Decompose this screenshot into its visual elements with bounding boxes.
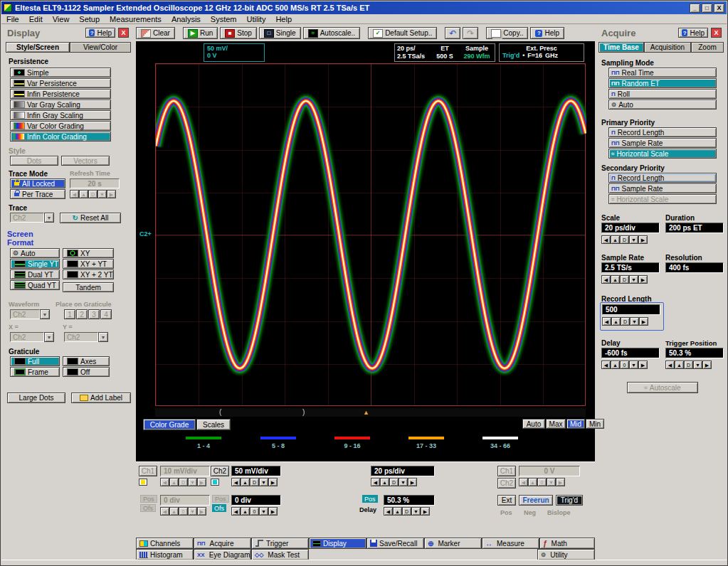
ch2-button[interactable]: Ch2: [211, 466, 229, 476]
spinner-button[interactable]: ▲: [393, 507, 402, 516]
spinner-button[interactable]: ▶: [556, 478, 565, 486]
persistence-infin-color[interactable]: Infin Color Grading: [10, 132, 111, 142]
add-label-button[interactable]: Add Label: [71, 393, 131, 403]
acquire-help-button[interactable]: ?Help: [678, 28, 708, 38]
place-3-button[interactable]: 3: [88, 309, 100, 319]
spinner-button[interactable]: D: [389, 478, 399, 486]
spinner-button[interactable]: ▼: [188, 507, 197, 516]
persistence-var[interactable]: Var Persistence: [10, 78, 111, 88]
x-assign-select[interactable]: Ch2▼: [10, 332, 54, 342]
minimize-button[interactable]: _: [690, 4, 700, 13]
spinner-button[interactable]: D: [620, 275, 629, 284]
ch2-ofs-chip[interactable]: Ofs: [212, 504, 226, 512]
spinner-button[interactable]: ◀: [519, 478, 528, 486]
spinner-button[interactable]: D: [621, 317, 630, 326]
delay-value[interactable]: -600 fs: [601, 348, 660, 358]
spinner-button[interactable]: D: [88, 190, 97, 198]
trigd-button[interactable]: Trig'd: [556, 495, 583, 506]
tab-color-grade[interactable]: Color Grade: [143, 419, 196, 430]
prescaler-info-box[interactable]: Ext. Presc Trig'd•F=16GHz: [499, 43, 584, 62]
spinner-button[interactable]: ▲: [528, 478, 537, 486]
channel-marker[interactable]: C2+: [139, 230, 152, 237]
graticule-full-button[interactable]: Full: [10, 356, 60, 366]
spinner-button[interactable]: ▼: [629, 275, 638, 284]
spinner-button[interactable]: ◀: [602, 317, 611, 326]
spinner-button[interactable]: ▶: [638, 361, 648, 369]
timebase-scale-spinner[interactable]: ◀▲D▼▶: [371, 478, 417, 486]
spinner-button[interactable]: ▶: [638, 275, 648, 284]
spinner-button[interactable]: ◀: [371, 478, 380, 486]
primary-sample-rate-button[interactable]: ΠΠSample Rate: [608, 138, 717, 148]
spinner-button[interactable]: ▼: [629, 235, 638, 244]
graticule-axes-button[interactable]: Axes: [63, 356, 110, 366]
trigger-level-spinner[interactable]: ◀▲0▼▶: [519, 478, 565, 486]
spinner-button[interactable]: ▼: [188, 478, 197, 486]
slope-pos-label[interactable]: Pos: [500, 509, 512, 516]
close-button[interactable]: X: [714, 4, 724, 13]
trigger-position-value[interactable]: 50.3 %: [384, 495, 435, 506]
menu-edit[interactable]: Edit: [24, 15, 48, 23]
record-length-value[interactable]: 500: [602, 304, 660, 315]
copy-button[interactable]: Copy..: [486, 27, 528, 39]
maximize-button[interactable]: □: [702, 4, 712, 13]
default-setup-button[interactable]: ✓Default Setup..: [368, 27, 437, 39]
delay-spinner[interactable]: ◀▲0▼▶: [601, 361, 648, 369]
secondary-record-length-button[interactable]: ΠRecord Length: [608, 173, 717, 183]
persistence-infin-gray[interactable]: Infin Gray Scaling: [10, 110, 111, 120]
acquire-close-button[interactable]: X: [711, 28, 722, 38]
redo-button[interactable]: ↷: [463, 27, 478, 39]
dots-button[interactable]: Dots: [10, 156, 58, 166]
format-xy-yt-button[interactable]: XY + YT: [63, 259, 114, 269]
spinner-button[interactable]: ▲: [611, 361, 620, 369]
stop-button[interactable]: ■Stop: [220, 27, 257, 39]
tab-mask-test[interactable]: ◇◇Mask Test: [251, 549, 309, 560]
sample-rate-spinner[interactable]: ◀▲D▼▶: [601, 275, 648, 284]
spinner-button[interactable]: ▶: [702, 361, 712, 369]
format-single-yt-button[interactable]: Single YT: [10, 259, 60, 269]
channel2-info-box[interactable]: 50 mV/ 0 V: [204, 43, 265, 62]
spinner-button[interactable]: ▲: [169, 478, 179, 486]
clear-button[interactable]: Clear: [136, 27, 175, 39]
spinner-button[interactable]: D: [620, 235, 629, 244]
spinner-button[interactable]: ▲: [611, 235, 620, 244]
ch2-pos-chip[interactable]: Pos: [212, 495, 229, 503]
timebase-scale-value[interactable]: 20 ps/div: [371, 466, 435, 476]
place-2-button[interactable]: 2: [76, 309, 88, 319]
spinner-button[interactable]: ▼: [399, 478, 408, 486]
spinner-button[interactable]: 0: [250, 507, 259, 516]
menu-analysis[interactable]: Analysis: [167, 15, 206, 23]
timebase-info-box[interactable]: 20 ps/ ET Sample 2.5 TSa/s 500 S 290 Wfm: [394, 43, 495, 62]
sampling-random-et-button[interactable]: ΠΠRandom ET: [608, 78, 717, 88]
horizontal-position-strip[interactable]: ( ) ▲: [155, 408, 586, 417]
menu-utility[interactable]: Utility: [242, 15, 271, 23]
scale-spinner[interactable]: ◀▲D▼▶: [601, 235, 648, 244]
primary-record-length-button[interactable]: ΠRecord Length: [608, 127, 717, 137]
menu-setup[interactable]: Setup: [74, 15, 105, 23]
chevron-down-icon[interactable]: ▼: [44, 332, 54, 342]
persistence-var-color[interactable]: Var Color Grading: [10, 121, 111, 131]
spinner-button[interactable]: D: [250, 478, 259, 486]
spinner-button[interactable]: ▲: [241, 478, 250, 486]
spinner-button[interactable]: ▶: [197, 507, 206, 516]
secondary-horizontal-scale-button[interactable]: ≈Horizontal Scale: [608, 194, 717, 204]
trigger-position-marker[interactable]: ▲: [363, 409, 369, 416]
secondary-sample-rate-button[interactable]: ΠΠSample Rate: [608, 183, 717, 193]
ch1-scale-spinner[interactable]: ◀▲D▼▶: [160, 478, 206, 486]
tab-marker[interactable]: ⊕Marker: [424, 538, 482, 549]
primary-horizontal-scale-button[interactable]: ≈Horizontal Scale: [608, 149, 717, 159]
spinner-button[interactable]: 0: [537, 478, 547, 486]
spinner-button[interactable]: ▼: [97, 190, 107, 198]
title-bar[interactable]: Eltesta ELT9-1122 Sampler Extended Oscil…: [1, 1, 727, 14]
tab-acquisition[interactable]: Acquisition: [644, 42, 691, 53]
tab-channels[interactable]: Channels: [136, 538, 194, 549]
tab-display[interactable]: Display: [309, 538, 366, 549]
format-auto-button[interactable]: ⚙Auto: [10, 248, 60, 258]
ch2-scale-spinner[interactable]: ◀▲D▼▶: [231, 478, 278, 486]
spinner-button[interactable]: ◀: [231, 478, 241, 486]
acquire-autoscale-button[interactable]: ≈Autoscale: [627, 382, 698, 393]
spinner-button[interactable]: ▼: [411, 507, 421, 516]
menu-measurements[interactable]: Measurements: [105, 15, 167, 23]
persistence-infin[interactable]: Infin Persistence: [10, 89, 111, 99]
ch1-button[interactable]: Ch1: [139, 466, 157, 476]
slope-neg-label[interactable]: Neg: [524, 509, 536, 516]
